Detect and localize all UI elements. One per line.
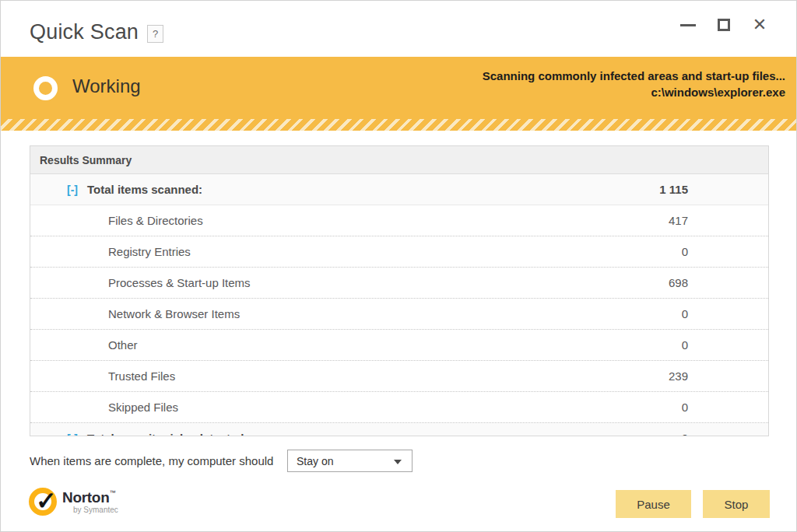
close-button[interactable]: ✕ [751, 16, 768, 34]
status-banner: Working Scanning commonly infected areas… [1, 57, 796, 119]
row-value: 698 [669, 276, 688, 289]
table-row: Skipped Files 0 [30, 392, 768, 423]
help-button[interactable]: ? [147, 25, 163, 43]
row-value: 0 [682, 307, 688, 320]
total-items-row: [-] Total items scanned: 1 115 [30, 174, 768, 205]
quick-scan-window: Quick Scan ? ✕ Working Scanning commonly… [0, 0, 797, 532]
total-risks-row-clipped: [-] Total security risks detected: 0 [30, 423, 768, 436]
titlebar: Quick Scan ? ✕ [1, 1, 796, 57]
total-items-value: 1 115 [659, 183, 688, 196]
row-value: 239 [669, 369, 688, 383]
stop-button[interactable]: Stop [703, 490, 770, 518]
row-label: Registry Entries [108, 245, 191, 258]
brand-name: Norton [62, 489, 109, 506]
completion-action-label: When items are complete, my computer sho… [30, 454, 273, 467]
row-label: Skipped Files [108, 401, 178, 414]
progress-stripes [1, 119, 796, 131]
dropdown-selected-value: Stay on [297, 455, 333, 467]
row-label: Network & Browser Items [108, 307, 240, 320]
results-summary-header: Results Summary [30, 146, 768, 174]
norton-logo: ✓ Norton™ by Symantec [29, 488, 118, 516]
row-label: Files & Directories [108, 214, 203, 227]
page-title: Quick Scan [30, 20, 139, 44]
question-mark-icon: ? [153, 28, 158, 40]
brand-subtitle: by Symantec [73, 506, 118, 514]
total-risks-value: 0 [682, 432, 688, 436]
pause-button[interactable]: Pause [616, 490, 691, 518]
row-label: Other [108, 338, 138, 352]
trademark-symbol: ™ [109, 489, 115, 496]
table-row: Processes & Start-up Items 698 [30, 268, 768, 299]
scan-current-file: c:\windows\explorer.exe [483, 86, 785, 99]
table-row: Registry Entries 0 [30, 236, 768, 268]
row-value: 0 [682, 338, 688, 352]
row-value: 0 [682, 401, 688, 414]
chevron-down-icon [394, 460, 402, 464]
norton-check-icon: ✓ [29, 488, 57, 516]
window-controls: ✕ [679, 15, 768, 35]
row-label: Trusted Files [108, 369, 175, 383]
minimize-icon [680, 24, 696, 26]
scan-activity-text: Scanning commonly infected areas and sta… [483, 69, 785, 82]
maximize-button[interactable] [715, 16, 732, 34]
table-row: Trusted Files 239 [30, 361, 768, 392]
check-glyph: ✓ [36, 486, 57, 516]
collapse-toggle-icon[interactable]: [-] [67, 432, 87, 437]
results-panel: Results Summary [-] Total items scanned:… [30, 145, 769, 436]
table-row: Files & Directories 417 [30, 205, 768, 236]
total-items-label: Total items scanned: [87, 183, 202, 196]
minimize-button[interactable] [679, 16, 697, 34]
scan-progress-message: Scanning commonly infected areas and sta… [483, 69, 785, 99]
status-text: Working [72, 75, 141, 97]
close-icon: ✕ [753, 16, 767, 33]
row-value: 0 [682, 245, 688, 258]
total-risks-label: Total security risks detected: [87, 432, 248, 436]
collapse-toggle-icon[interactable]: [-] [67, 184, 87, 196]
spinner-ring-icon [33, 76, 58, 100]
table-row: Network & Browser Items 0 [30, 299, 768, 330]
row-label: Processes & Start-up Items [108, 276, 251, 289]
maximize-icon [718, 19, 730, 31]
row-value: 417 [669, 214, 688, 227]
table-row: Other 0 [30, 330, 768, 361]
completion-action-dropdown[interactable]: Stay on [287, 450, 413, 472]
